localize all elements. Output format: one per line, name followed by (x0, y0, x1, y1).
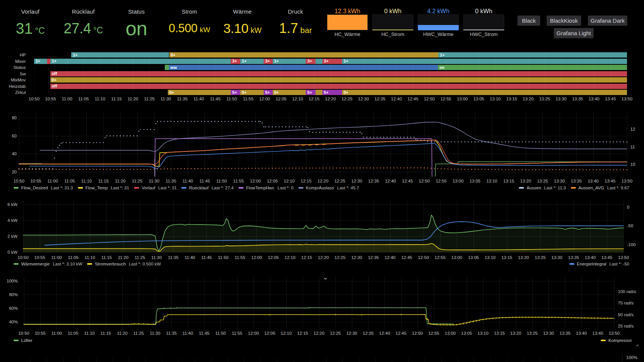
svg-text:12:40: 12:40 (385, 255, 395, 260)
svg-text:11:25: 11:25 (133, 331, 144, 335)
svg-text:11:55: 11:55 (232, 331, 242, 335)
svg-text:11:55: 11:55 (233, 179, 244, 183)
svg-text:11:25: 11:25 (134, 255, 145, 260)
svg-text:12:10: 12:10 (284, 179, 295, 183)
svg-text:11:10: 11:10 (84, 331, 95, 335)
svg-text:12:15: 12:15 (297, 331, 308, 335)
svg-text:12:40: 12:40 (379, 331, 390, 335)
svg-text:6 kW: 6 kW (8, 202, 17, 207)
svg-text:11:40: 11:40 (183, 179, 193, 183)
svg-text:11:05: 11:05 (68, 255, 78, 260)
svg-text:12:55: 12:55 (436, 179, 447, 183)
svg-text:12:05: 12:05 (268, 255, 279, 260)
svg-text:13:20: 13:20 (520, 179, 531, 183)
svg-text:10:50: 10:50 (18, 255, 29, 260)
svg-text:12:20: 12:20 (314, 331, 325, 335)
svg-text:13:05: 13:05 (469, 179, 480, 183)
svg-text:13:30: 13:30 (554, 179, 565, 183)
svg-text:11:30: 11:30 (151, 255, 162, 260)
svg-text:12:35: 12:35 (368, 255, 379, 260)
svg-text:11:15: 11:15 (100, 331, 111, 335)
svg-text:11:20: 11:20 (115, 179, 126, 183)
svg-text:11:40: 11:40 (183, 331, 193, 335)
svg-text:100%: 100% (7, 279, 18, 283)
svg-text:20: 20 (12, 170, 17, 174)
svg-text:12:05: 12:05 (264, 331, 275, 335)
svg-text:12:35: 12:35 (363, 331, 374, 335)
svg-text:0: 0 (627, 205, 629, 209)
svg-text:13:25: 13:25 (537, 179, 548, 183)
svg-text:11:45: 11:45 (199, 331, 209, 335)
svg-text:10:55: 10:55 (34, 255, 45, 260)
svg-text:13:40: 13:40 (585, 255, 596, 260)
svg-text:10:55: 10:55 (35, 331, 46, 335)
svg-text:13:50: 13:50 (609, 331, 620, 335)
svg-text:11:05: 11:05 (68, 331, 78, 335)
svg-text:80%: 80% (9, 292, 18, 297)
svg-text:13:05: 13:05 (461, 331, 472, 335)
svg-text:10:50: 10:50 (14, 179, 25, 183)
svg-text:100 rad/s: 100 rad/s (618, 289, 636, 294)
svg-text:12:30: 12:30 (346, 331, 357, 335)
svg-text:12:45: 12:45 (395, 331, 406, 335)
svg-text:11:50: 11:50 (215, 331, 226, 335)
svg-text:11:45: 11:45 (199, 179, 210, 183)
svg-text:12:35: 12:35 (368, 179, 379, 183)
svg-text:12:30: 12:30 (351, 179, 362, 183)
svg-text:13:25: 13:25 (535, 255, 546, 260)
svg-text:12:50: 12:50 (419, 179, 430, 183)
svg-text:11:10: 11:10 (84, 255, 95, 260)
svg-text:12:45: 12:45 (402, 179, 413, 183)
svg-text:40: 40 (12, 151, 17, 156)
svg-text:11:30: 11:30 (149, 179, 159, 183)
svg-text:13:05: 13:05 (468, 255, 479, 260)
svg-text:4 kW: 4 kW (8, 218, 17, 223)
svg-text:13:00: 13:00 (451, 255, 462, 260)
svg-text:11:35: 11:35 (166, 179, 176, 183)
svg-text:2 kW: 2 kW (8, 234, 17, 239)
svg-text:12:00: 12:00 (248, 331, 259, 335)
svg-text:11:40: 11:40 (184, 255, 195, 260)
svg-text:12: 12 (630, 127, 635, 131)
svg-text:11:50: 11:50 (218, 255, 228, 260)
svg-text:13:35: 13:35 (560, 331, 571, 335)
svg-text:13:45: 13:45 (592, 331, 603, 335)
svg-text:12:10: 12:10 (281, 331, 292, 335)
svg-text:25 rad/s: 25 rad/s (618, 324, 634, 328)
svg-text:10:55: 10:55 (30, 179, 41, 183)
svg-text:11:50: 11:50 (216, 179, 227, 183)
svg-text:75 rad/s: 75 rad/s (618, 301, 634, 305)
svg-text:13:40: 13:40 (576, 331, 587, 335)
svg-text:13:30: 13:30 (552, 255, 563, 260)
svg-text:11:30: 11:30 (150, 331, 160, 335)
svg-text:11:20: 11:20 (118, 255, 128, 260)
svg-text:13:10: 13:10 (485, 255, 496, 260)
svg-text:12:15: 12:15 (301, 255, 312, 260)
svg-text:12:15: 12:15 (301, 179, 312, 183)
svg-text:12:25: 12:25 (335, 255, 345, 260)
svg-text:13:35: 13:35 (571, 179, 582, 183)
svg-text:11:20: 11:20 (117, 331, 128, 335)
svg-text:10:50: 10:50 (18, 331, 29, 335)
svg-text:13:15: 13:15 (494, 331, 505, 335)
svg-text:12:25: 12:25 (330, 331, 341, 335)
svg-text:11:10: 11:10 (81, 179, 92, 183)
svg-text:-50: -50 (627, 223, 633, 228)
svg-text:13:45: 13:45 (602, 255, 613, 260)
svg-text:13:15: 13:15 (501, 255, 512, 260)
svg-text:11: 11 (630, 145, 635, 149)
svg-text:13:00: 13:00 (453, 179, 464, 183)
svg-text:11:35: 11:35 (168, 255, 178, 260)
svg-text:60: 60 (12, 134, 17, 138)
svg-text:60%: 60% (9, 306, 18, 311)
svg-text:11:15: 11:15 (101, 255, 112, 260)
svg-text:40%: 40% (9, 320, 18, 324)
svg-text:11:25: 11:25 (132, 179, 142, 183)
svg-text:-100: -100 (627, 242, 636, 247)
svg-text:13:45: 13:45 (605, 179, 616, 183)
svg-text:13:50: 13:50 (622, 179, 633, 183)
svg-text:12:05: 12:05 (267, 179, 278, 183)
svg-text:12:25: 12:25 (335, 179, 345, 183)
svg-text:12:45: 12:45 (401, 255, 412, 260)
svg-text:12:50: 12:50 (412, 331, 423, 335)
